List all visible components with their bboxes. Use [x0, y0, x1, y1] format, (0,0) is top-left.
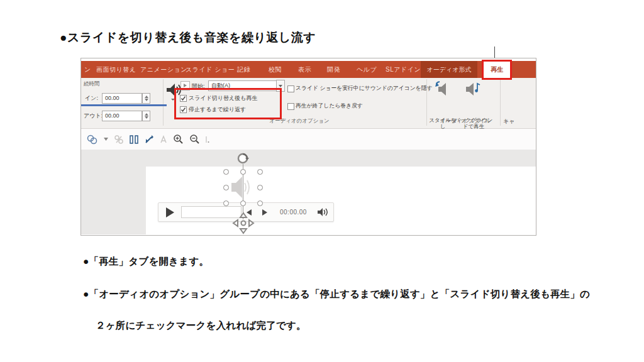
tab-sl-addin[interactable]: SLアドイン	[386, 61, 421, 78]
powerpoint-screenshot: ン 画面切り替え アニメーション スライド ショー 記録 校閲 表示 開発 ヘル…	[80, 58, 536, 236]
selection-handle[interactable]	[240, 200, 246, 206]
tab-audio-format[interactable]: オーディオ形式	[421, 61, 477, 78]
fade-in-label: イン:	[85, 94, 98, 102]
fade-in-spinner[interactable]	[142, 93, 150, 104]
bullet-audio-options: ●「オーディオのオプション」グループの中にある「停止するまで繰り返す」と「スライ…	[83, 288, 590, 301]
columns-icon[interactable]	[130, 134, 138, 145]
zoom-in-icon[interactable]	[173, 134, 184, 145]
selection-handle[interactable]	[257, 185, 263, 190]
checkbox-hide-icon[interactable]	[287, 85, 294, 92]
quick-toolbar	[81, 129, 536, 150]
annotation-red-box-checkboxes	[174, 88, 282, 119]
player-time: 00:00.00	[280, 209, 307, 216]
caption-group-partial-label: キャ	[503, 118, 514, 126]
annotation-tick-line	[494, 47, 495, 58]
group-divider	[500, 79, 501, 126]
checkbox-rewind[interactable]	[287, 103, 294, 110]
tab-animations[interactable]: アニメーション	[140, 61, 187, 78]
dropdown-caret-icon[interactable]	[104, 138, 108, 141]
document-page: ●スライドを切り替え後も音楽を繰り返し流す ン 画面切り替え アニメーション ス…	[0, 0, 644, 362]
resize-arrow-icon[interactable]	[144, 134, 154, 145]
ribbon-body: 続時間 イン: 00.00 アウト: 00.00 開始: 自動(A)	[81, 78, 536, 129]
tab-help[interactable]: ヘルプ	[357, 61, 377, 78]
tab-view[interactable]: 表示	[298, 61, 311, 78]
checkbox-hide-icon-label: スライド ショーを実行中にサウンドのアイコンを隠す	[296, 85, 433, 92]
tab-review[interactable]: 校閲	[269, 61, 282, 78]
audio-speaker-shape[interactable]	[230, 175, 252, 202]
annotation-blue-line	[81, 104, 167, 106]
bullet-check-complete: ２ヶ所にチェックマークを入れれば完了です。	[96, 319, 306, 332]
fade-out-field[interactable]: 00.00	[102, 111, 142, 121]
tab-developer[interactable]: 開発	[327, 61, 340, 78]
fade-out-label: アウト:	[84, 112, 103, 120]
link-disabled-icon	[114, 134, 124, 145]
checkbox-rewind-label: 再生が終了したら巻き戻す	[296, 102, 363, 110]
fade-in-field[interactable]: 00.00	[102, 93, 142, 104]
group-divider	[163, 79, 164, 126]
selection-handle[interactable]	[257, 169, 263, 175]
tab-playback[interactable]: 再生	[482, 60, 512, 80]
tab-transitions[interactable]: 画面切り替え	[96, 61, 136, 78]
selection-handle[interactable]	[223, 169, 229, 175]
play-in-background-icon[interactable]	[464, 80, 482, 101]
selection-handle[interactable]	[223, 185, 229, 190]
play-button[interactable]	[166, 207, 174, 217]
slide-margin-left	[81, 167, 146, 234]
selection-handle[interactable]	[240, 169, 246, 175]
tab-slideshow[interactable]: スライド ショー	[186, 61, 235, 78]
bullet-open-playback-tab: ●「再生」タブを開きます。	[83, 255, 209, 268]
zoom-out-icon[interactable]	[189, 134, 200, 145]
group-divider	[426, 79, 427, 126]
toolbar-overflow-icon[interactable]	[206, 135, 209, 144]
player-volume-icon[interactable]	[317, 207, 328, 219]
ribbon-tab-bar: ン 画面切り替え アニメーション スライド ショー 記録 校閲 表示 開発 ヘル…	[81, 61, 536, 78]
page-title: ●スライドを切り替え後も音楽を繰り返し流す	[60, 30, 316, 46]
audio-style-group-label: オーディオ スタイル	[431, 118, 500, 125]
selection-handle[interactable]	[257, 200, 263, 206]
rotate-handle-icon[interactable]	[236, 152, 249, 167]
tab-partial[interactable]: ン	[84, 61, 91, 78]
seek-forward-icon[interactable]	[262, 209, 267, 216]
fade-out-spinner[interactable]	[142, 111, 150, 121]
no-style-icon[interactable]	[433, 80, 452, 101]
pointer-disabled-icon	[160, 135, 167, 144]
slide-margin-top	[81, 150, 536, 167]
move-handle-icon[interactable]	[232, 212, 255, 237]
tab-record[interactable]: 記録	[237, 61, 250, 78]
selection-handle[interactable]	[223, 200, 229, 206]
shapes-group-icon[interactable]	[87, 134, 98, 145]
fade-duration-label: 続時間	[84, 80, 100, 88]
slide-canvas	[146, 167, 535, 234]
